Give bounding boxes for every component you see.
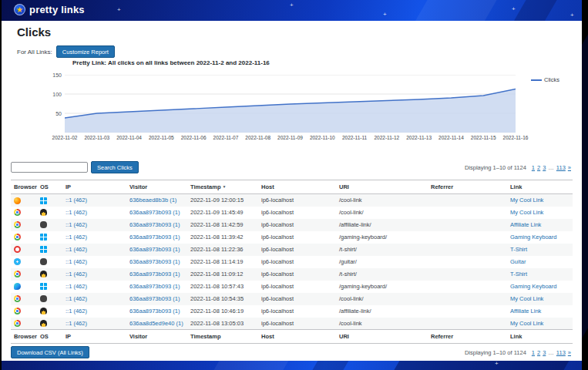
content-card: Clicks For All Links: Customize Report P… xyxy=(2,21,582,361)
timestamp-cell: 2022-11-08 11:42:59 xyxy=(190,221,244,228)
visitor-link[interactable]: 636aa8973b093 (1) xyxy=(129,246,180,253)
clicks-chart: Pretty Link: All clicks on all links bet… xyxy=(40,58,561,155)
visitor-link[interactable]: 636aa8973b093 (1) xyxy=(129,308,180,314)
link-cell[interactable]: T-Shirt xyxy=(510,246,527,253)
x-tick-label: 2022-11-02 xyxy=(49,135,81,140)
ip-link[interactable]: ::1 (462) xyxy=(66,283,87,290)
page-link-last[interactable]: 113 xyxy=(556,349,566,356)
ip-link[interactable]: ::1 (462) xyxy=(66,295,87,302)
x-tick-label: 2022-11-14 xyxy=(435,135,467,140)
visitor-link[interactable]: 636aa8973b093 (1) xyxy=(129,295,180,302)
legend-line xyxy=(531,79,542,81)
ip-link[interactable]: ::1 (462) xyxy=(66,308,87,314)
table-row: ::1 (462) 636aa8973b093 (1) 2022-11-08 1… xyxy=(11,305,573,318)
page-link-3[interactable]: 3 xyxy=(543,164,546,171)
firefox-icon xyxy=(14,197,21,204)
timestamp-cell: 2022-11-08 11:39:42 xyxy=(190,234,244,240)
search-clicks-button[interactable]: Search Clicks xyxy=(91,161,139,173)
table-row: ::1 (462) 636aa8973b093 (1) 2022-11-08 1… xyxy=(11,244,573,256)
link-cell[interactable]: Affiliate Link xyxy=(510,221,541,228)
visitor-link[interactable]: 636aa8973b093 (1) xyxy=(129,271,180,278)
page-link-3[interactable]: 3 xyxy=(543,349,546,356)
download-csv-button[interactable]: Download CSV (All Links) xyxy=(11,346,89,358)
header-link: Link xyxy=(507,180,573,194)
visitor-link[interactable]: 636aa8973b093 (1) xyxy=(129,283,180,290)
x-tick-label: 2022-11-16 xyxy=(499,135,532,140)
ip-link[interactable]: ::1 (462) xyxy=(66,221,87,228)
visitor-link[interactable]: 636aa8973b093 (1) xyxy=(129,234,180,240)
visitor-link[interactable]: 636aa8973b093 (1) xyxy=(129,221,180,228)
windows-icon xyxy=(40,197,47,204)
safari-icon xyxy=(14,258,21,265)
header-uri: URI xyxy=(336,180,428,194)
header-visitor: Visitor xyxy=(126,180,187,194)
linux-icon xyxy=(40,209,47,216)
ip-link[interactable]: ::1 (462) xyxy=(66,271,87,278)
pretty-links-logo: ★ pretty links xyxy=(14,4,85,15)
uri-cell: /affiliate-link/ xyxy=(339,221,371,228)
star-icon: ★ xyxy=(14,4,25,15)
timestamp-cell: 2022-11-08 13:05:03 xyxy=(190,320,244,327)
page-link-2[interactable]: 2 xyxy=(537,349,540,356)
next-page-link[interactable]: » xyxy=(568,349,571,356)
host-cell: ip6-localhost xyxy=(261,308,294,314)
footer-uri: URI xyxy=(336,330,428,344)
x-tick-label: 2022-11-11 xyxy=(338,135,371,140)
customize-report-button[interactable]: Customize Report xyxy=(56,45,115,58)
footer-browser: Browser xyxy=(11,330,37,344)
chrome-icon xyxy=(14,234,21,240)
ip-link[interactable]: ::1 (462) xyxy=(66,246,87,253)
brand-name: pretty links xyxy=(29,4,85,15)
link-cell[interactable]: Gaming Keyboard xyxy=(510,283,556,290)
link-cell[interactable]: Affiliate Link xyxy=(510,308,541,314)
ip-link[interactable]: ::1 (462) xyxy=(66,234,87,240)
link-cell[interactable]: Guitar xyxy=(510,258,526,265)
page-link-1[interactable]: 1 xyxy=(532,164,535,171)
x-tick-label: 2022-11-06 xyxy=(177,135,210,140)
page-link-1[interactable]: 1 xyxy=(532,349,535,356)
host-cell: ip6-localhost xyxy=(261,258,294,265)
ip-link[interactable]: ::1 (462) xyxy=(66,320,87,327)
page-link-last[interactable]: 113 xyxy=(556,164,566,171)
pagination-ellipsis: … xyxy=(548,164,554,171)
link-cell[interactable]: My Cool Link xyxy=(510,295,543,302)
table-header-row: Browser OS IP Visitor Timestamp▼ Host UR… xyxy=(11,180,573,194)
ip-link[interactable]: ::1 (462) xyxy=(66,197,87,204)
visitor-link[interactable]: 636aa8973b093 (1) xyxy=(129,209,180,216)
link-cell[interactable]: My Cool Link xyxy=(510,320,543,327)
host-cell: ip6-localhost xyxy=(261,271,294,278)
ip-link[interactable]: ::1 (462) xyxy=(66,258,87,265)
link-cell[interactable]: Gaming Keyboard xyxy=(510,234,556,240)
visitor-link[interactable]: 636beaed8b3b (1) xyxy=(129,197,176,204)
sparkle-icon: + xyxy=(512,6,516,12)
chart-x-labels: 2022-11-022022-11-032022-11-042022-11-05… xyxy=(65,135,516,143)
page-link-2[interactable]: 2 xyxy=(537,164,540,171)
footer-ip: IP xyxy=(62,330,126,344)
host-cell: ip6-localhost xyxy=(261,320,294,327)
area-chart xyxy=(65,75,516,133)
uri-cell: /gaming-keyboard/ xyxy=(339,283,387,290)
chart-y-labels: 50100150 xyxy=(43,75,62,133)
header-referrer: Referrer xyxy=(428,180,507,194)
pagination-summary: Displaying 1–10 of 1124 xyxy=(465,349,526,356)
windows-icon xyxy=(40,246,47,253)
visitor-link[interactable]: 636aa8973b093 (1) xyxy=(129,258,180,265)
link-cell[interactable]: My Cool Link xyxy=(510,209,543,216)
clicks-search-input[interactable] xyxy=(11,162,88,173)
link-cell[interactable]: T-Shirt xyxy=(510,271,527,278)
timestamp-cell: 2022-11-08 11:14:19 xyxy=(190,258,244,265)
apple-icon xyxy=(40,221,47,228)
table-row: ::1 (462) 636aa8973b093 (1) 2022-11-08 1… xyxy=(11,268,573,281)
header-ip: IP xyxy=(62,180,126,194)
ip-link[interactable]: ::1 (462) xyxy=(66,209,87,216)
footer-visitor: Visitor xyxy=(126,330,187,344)
next-page-link[interactable]: » xyxy=(568,164,571,171)
link-cell[interactable]: My Cool Link xyxy=(510,197,543,204)
x-tick-label: 2022-11-08 xyxy=(242,135,274,140)
footer-host: Host xyxy=(258,330,336,344)
header-timestamp[interactable]: Timestamp▼ xyxy=(187,180,258,194)
apple-icon xyxy=(40,295,47,302)
sparkle-icon: + xyxy=(117,7,121,13)
table-row: ::1 (462) 636aa8973b093 (1) 2022-11-08 1… xyxy=(11,219,573,231)
visitor-link[interactable]: 636aa8d5ed9e40 (1) xyxy=(129,320,183,327)
